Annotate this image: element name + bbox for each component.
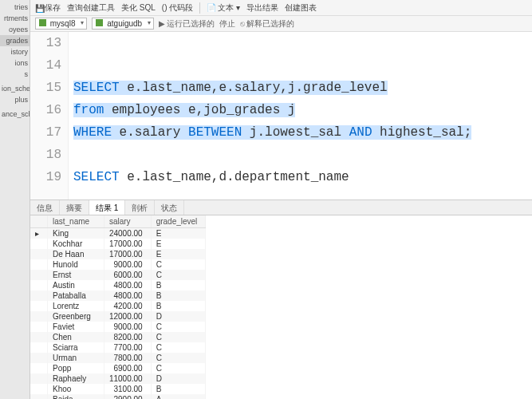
sidebar-item[interactable]: grades <box>0 35 30 46</box>
line-number: 13 <box>30 32 61 54</box>
save-label: 保存 <box>45 2 61 14</box>
sql-editor[interactable]: 13141516171819 SELECT e.last_name,e.sala… <box>30 32 532 200</box>
line-number: 14 <box>30 54 61 77</box>
cell: 17000.00 <box>104 239 151 249</box>
table-row[interactable]: Austin4800.00B <box>30 280 206 290</box>
create-chart-button[interactable]: 创建图表 <box>285 2 317 14</box>
database-dropdown[interactable]: atguigudb <box>92 18 154 30</box>
code-line[interactable] <box>73 32 532 54</box>
sidebar-item[interactable]: rtments <box>0 13 30 24</box>
results-grid[interactable]: last_namesalarygrade_level▸King24000.00E… <box>30 215 532 399</box>
explain-selected-button[interactable]: ⎋ 解释已选择的 <box>240 18 294 30</box>
cell: Kochhar <box>48 239 104 249</box>
table-row[interactable]: De Haan17000.00E <box>30 249 206 259</box>
sidebar-item[interactable]: tries <box>0 2 30 13</box>
table-row[interactable]: Lorentz4200.00B <box>30 301 206 311</box>
cell: E <box>151 239 206 249</box>
table-row[interactable]: Chen8200.00C <box>30 332 206 342</box>
sidebar-item[interactable]: s <box>0 69 30 80</box>
cell: B <box>151 280 206 290</box>
table-row[interactable]: Urman7800.00C <box>30 353 206 363</box>
code-line[interactable]: SELECT e.last_name,e.salary,j.grade_leve… <box>73 77 532 99</box>
cell: Popp <box>48 363 104 373</box>
table-row[interactable]: Pataballa4800.00B <box>30 290 206 301</box>
cell: C <box>151 270 206 280</box>
cell: Pataballa <box>48 290 104 301</box>
table-row[interactable]: Faviet9000.00C <box>30 322 206 332</box>
line-number: 16 <box>30 99 61 121</box>
code-line[interactable]: SELECT e.last_name,d.department_name <box>73 166 532 188</box>
table-row[interactable]: Khoo3100.00B <box>30 384 206 394</box>
column-header[interactable]: grade_level <box>151 215 206 228</box>
sidebar-item[interactable]: ion_schema <box>0 83 30 94</box>
export-results-button[interactable]: 导出结果 <box>246 2 278 14</box>
cell: 6900.00 <box>104 363 151 373</box>
beautify-sql-button[interactable]: 美化 SQL <box>121 2 156 14</box>
column-header[interactable]: salary <box>104 215 151 228</box>
line-number: 18 <box>30 144 61 166</box>
sidebar-item[interactable]: ions <box>0 57 30 69</box>
sidebar-item[interactable]: ance_schem <box>0 109 30 120</box>
table-row[interactable]: Popp6900.00C <box>30 363 206 373</box>
sidebar-item[interactable]: oyees <box>0 24 30 35</box>
cell: 4800.00 <box>104 290 151 301</box>
cell: 3100.00 <box>104 384 151 394</box>
text-mode-button[interactable]: 📄 文本 ▾ <box>207 2 240 14</box>
cell: Lorentz <box>48 301 104 311</box>
explain-icon: ⎋ <box>240 19 245 28</box>
explain-selected-label: 解释已选择的 <box>246 18 294 30</box>
connection-name: mysql8 <box>50 19 76 28</box>
stop-button[interactable]: 停止 <box>219 18 235 30</box>
code-line[interactable]: from employees e,job_grades j <box>73 99 532 121</box>
table-row[interactable]: Ernst6000.00C <box>30 270 206 280</box>
cell: 9000.00 <box>104 259 151 270</box>
cell: C <box>151 363 206 373</box>
cell: 4200.00 <box>104 301 151 311</box>
cell: B <box>151 290 206 301</box>
sidebar-item[interactable]: istory <box>0 46 30 57</box>
cell: 24000.00 <box>104 228 151 239</box>
table-row[interactable]: Hunold9000.00C <box>30 259 206 270</box>
table-row[interactable]: Sciarra7700.00C <box>30 342 206 353</box>
line-number: 17 <box>30 121 61 144</box>
cell: A <box>151 394 206 399</box>
cell: C <box>151 342 206 353</box>
cell: C <box>151 353 206 363</box>
database-name: atguigudb <box>107 19 142 28</box>
cell: De Haan <box>48 249 104 259</box>
cell: C <box>151 322 206 332</box>
table-row[interactable]: Kochhar17000.00E <box>30 239 206 249</box>
object-tree-sidebar[interactable]: triesrtmentsoyeesgradesistoryionssion_sc… <box>0 0 30 399</box>
results-tab[interactable]: 摘要 <box>60 200 89 215</box>
cell: Urman <box>48 353 104 363</box>
results-tab[interactable]: 信息 <box>30 200 60 215</box>
table-row[interactable]: Greenberg12000.00D <box>30 311 206 322</box>
cell: C <box>151 259 206 270</box>
code-line[interactable] <box>73 54 532 77</box>
code-snippets-button[interactable]: () 代码段 <box>162 2 193 14</box>
results-tab[interactable]: 状态 <box>155 200 184 215</box>
connection-dropdown[interactable]: mysql8 <box>35 18 87 30</box>
cell: Chen <box>48 332 104 342</box>
main-toolbar: 💾 保存 查询创建工具 美化 SQL () 代码段 📄 文本 ▾ 导出结果 创建… <box>30 0 532 16</box>
cell: C <box>151 332 206 342</box>
column-header[interactable]: last_name <box>48 215 104 228</box>
table-row[interactable]: Raphaely11000.00D <box>30 373 206 384</box>
sidebar-item[interactable]: plus <box>0 94 30 105</box>
code-area[interactable]: SELECT e.last_name,e.salary,j.grade_leve… <box>69 32 532 200</box>
cell: 17000.00 <box>104 249 151 259</box>
toolbar-divider <box>199 2 200 14</box>
cell: E <box>151 249 206 259</box>
text-mode-label: 文本 ▾ <box>218 2 240 14</box>
query-builder-button[interactable]: 查询创建工具 <box>67 2 115 14</box>
table-row[interactable]: Baida2900.00A <box>30 394 206 399</box>
code-line[interactable]: WHERE e.salary BETWEEN j.lowest_sal AND … <box>73 121 532 144</box>
results-tab[interactable]: 结果 1 <box>89 200 125 215</box>
results-tabs: 信息摘要结果 1剖析状态 <box>30 200 532 215</box>
run-selected-button[interactable]: ▶ 运行已选择的 <box>159 18 215 30</box>
table-row[interactable]: ▸King24000.00E <box>30 228 206 239</box>
save-button[interactable]: 💾 保存 <box>35 2 61 14</box>
code-line[interactable] <box>73 144 532 166</box>
cell: 11000.00 <box>104 373 151 384</box>
results-tab[interactable]: 剖析 <box>125 200 155 215</box>
